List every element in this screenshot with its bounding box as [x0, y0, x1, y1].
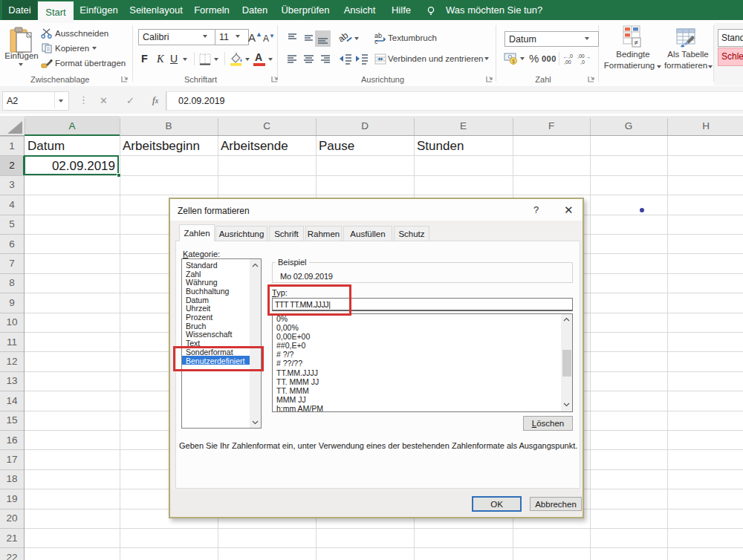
svg-text:≠: ≠	[635, 39, 639, 47]
svg-text:,0: ,0	[580, 59, 585, 65]
svg-text:,00: ,00	[577, 53, 585, 59]
svg-text:c: c	[374, 38, 378, 44]
svg-text:→: →	[585, 53, 591, 60]
svg-text:,00: ,00	[564, 59, 571, 65]
svg-text:$: $	[512, 59, 515, 64]
svg-text:,0: ,0	[568, 53, 573, 59]
